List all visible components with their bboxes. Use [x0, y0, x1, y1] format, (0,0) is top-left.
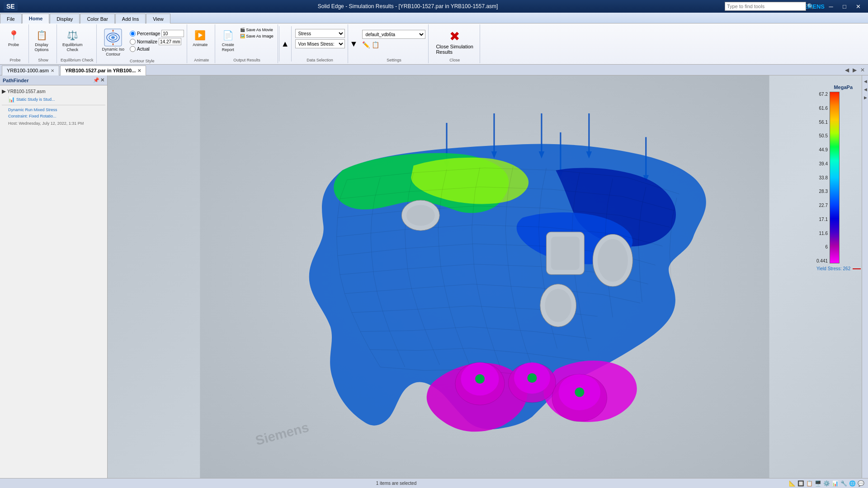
- scale-val-3: 50.5: [819, 133, 828, 138]
- pathfinder-close-btn[interactable]: ✕: [100, 77, 104, 83]
- app-logo: SE: [4, 2, 18, 11]
- pf-separator: [2, 105, 105, 105]
- tabs-navigation: ◀ ▶ ✕: [844, 67, 866, 73]
- movie-icon: 🎬: [240, 28, 245, 32]
- scale-val-0: 67.2: [819, 92, 828, 97]
- close-sim-label: Close SimulationResults: [436, 44, 473, 55]
- create-report-button[interactable]: 📄 CreateReport: [219, 27, 237, 53]
- status-icon-5: ⚙️: [823, 480, 830, 487]
- settings-copy-icon[interactable]: 📋: [372, 41, 379, 48]
- close-group-label: Close: [432, 57, 477, 62]
- close-group: ✖ Close SimulationResults Close: [429, 24, 480, 63]
- color-scale-bar: 67.2 61.6 56.1 50.5 44.9 39.4 33.8 28.3 …: [816, 92, 853, 263]
- status-icon-4: 🖥️: [815, 480, 821, 487]
- probe-button[interactable]: 📍 Probe: [5, 27, 23, 48]
- data-sel-down-arrow[interactable]: ▼: [350, 39, 358, 49]
- output-results-group: 📄 CreateReport 🎬 Save As Movie 🖼️ Save A…: [216, 24, 278, 63]
- contour-options: Percentage Normalize Actual: [130, 27, 184, 52]
- save-movie-label: Save As Movie: [246, 28, 273, 32]
- tab-view[interactable]: View: [146, 14, 170, 23]
- statusbar: 1 items are selected 📐 🔲 📋 🖥️ ⚙️ 📊 🔧 🌐 💬: [0, 478, 868, 488]
- doc-tab-2-label: YRB100-1527.par in YRB100...: [65, 68, 136, 73]
- doc-tab-2-close[interactable]: ✕: [137, 68, 141, 73]
- scale-val-2: 56.1: [819, 120, 828, 125]
- doc-tab-1-label: YRB100-1000.asm: [7, 68, 49, 73]
- normalize-radio[interactable]: [130, 39, 136, 45]
- scale-val-7: 28.3: [819, 189, 828, 194]
- scale-val-8: 22.7: [819, 203, 828, 208]
- contour-style-label: Contour Style: [100, 58, 184, 63]
- doc-tab-1-close[interactable]: ✕: [51, 68, 54, 73]
- percentage-radio-label[interactable]: Percentage: [130, 30, 184, 37]
- settings-profile-dropdown[interactable]: default_vdb6ta: [362, 30, 425, 39]
- close-button[interactable]: ✕: [852, 2, 864, 11]
- percentage-radio[interactable]: [130, 31, 136, 37]
- scale-val-5: 39.4: [819, 161, 828, 166]
- percentage-value-input[interactable]: [161, 30, 184, 37]
- pf-item-study[interactable]: 📊 Static Study is Stud...: [2, 95, 105, 103]
- probe-label: Probe: [8, 42, 19, 47]
- display-options-button[interactable]: 📋 DisplayOptions: [33, 27, 51, 53]
- sidebar: PathFinder 📌 ✕ ▶ YRB100-1557.asm 📊 Stati…: [0, 75, 108, 479]
- save-as-image-button[interactable]: 🖼️ Save As Image: [239, 33, 275, 39]
- data-selection-label: Data Selection: [295, 57, 345, 62]
- von-mises-dropdown[interactable]: Von Mises Stress:: [295, 39, 345, 48]
- equilibrium-group-label: Equilibrium Check: [61, 57, 94, 62]
- settings-label: Settings: [362, 57, 425, 62]
- yield-stress-text: Yield Stress: 262: [816, 266, 853, 271]
- pf-item-root-label: YRB100-1557.asm: [7, 89, 46, 94]
- pathfinder-content: ▶ YRB100-1557.asm 📊 Static Study is Stud…: [0, 85, 107, 129]
- svg-point-35: [575, 388, 584, 397]
- dynamic-iso-contour-button[interactable]: Dynamic IsoContour: [100, 27, 127, 58]
- viewport[interactable]: Siemens MegaPa 67.2 61.6 56.1 50.5 44.9 …: [108, 75, 862, 479]
- minimize-button[interactable]: ─: [825, 2, 837, 11]
- equilibrium-check-button[interactable]: ⚖️ EquilibriumCheck: [61, 27, 85, 53]
- animate-button[interactable]: ▶️ Animate: [191, 27, 209, 48]
- right-panel: ◀ ◀ ▶: [862, 75, 868, 479]
- pf-item-constraint[interactable]: Constraint: Fixed Rotatio...: [2, 113, 105, 119]
- svg-point-20: [406, 205, 435, 225]
- scale-val-1: 61.6: [819, 106, 828, 111]
- probe-icon: 📍: [6, 28, 21, 42]
- data-sel-up-arrow[interactable]: ▲: [281, 39, 289, 49]
- doc-tab-2[interactable]: YRB100-1527.par in YRB100... ✕: [60, 66, 146, 75]
- right-panel-btn-3[interactable]: ▶: [863, 94, 868, 102]
- normalize-radio-label[interactable]: Normalize: [130, 38, 184, 45]
- settings-edit-icon[interactable]: ✏️: [362, 41, 370, 48]
- tab-file[interactable]: File: [0, 14, 22, 23]
- maximize-button[interactable]: □: [838, 2, 851, 11]
- pf-host-label: Host: Wednesday, July 12, 2022, 1:31 PM: [8, 120, 84, 127]
- search-input[interactable]: [725, 2, 806, 11]
- scale-val-10: 11.6: [819, 231, 828, 236]
- tab-addins[interactable]: Add Ins: [115, 14, 146, 23]
- pathfinder-pin-btn[interactable]: 📌: [93, 77, 99, 83]
- right-panel-btn-2[interactable]: ◀: [863, 85, 868, 94]
- animate-group: ▶️ Animate Animate: [188, 24, 215, 63]
- tab-colorbar[interactable]: Color Bar: [80, 14, 114, 23]
- close-simulation-button[interactable]: ✖ Close SimulationResults: [432, 27, 477, 56]
- doc-tab-1[interactable]: YRB100-1000.asm ✕: [2, 66, 59, 75]
- tab-display[interactable]: Display: [50, 14, 80, 23]
- pf-item-dynamic[interactable]: Dynamic Run Mixed Stress: [2, 107, 105, 113]
- image-icon: 🖼️: [240, 34, 245, 38]
- create-report-icon: 📄: [221, 28, 235, 42]
- output-results-label: Output Results: [219, 57, 275, 62]
- tabs-next-btn[interactable]: ▶: [851, 67, 858, 73]
- stress-type-dropdown[interactable]: Stress: [295, 29, 345, 38]
- svg-point-3: [111, 36, 115, 39]
- data-selection-controls: Stress Von Mises Stress:: [295, 27, 345, 48]
- percentage-text: Percentage: [137, 31, 160, 36]
- right-panel-btn-1[interactable]: ◀: [863, 77, 868, 85]
- actual-radio-label[interactable]: Actual: [130, 46, 184, 52]
- normalize-value-input[interactable]: [159, 38, 181, 45]
- tabs-prev-btn[interactable]: ◀: [844, 67, 850, 73]
- create-report-label: CreateReport: [222, 42, 234, 52]
- output-btns: 🎬 Save As Movie 🖼️ Save As Image: [239, 27, 275, 39]
- pf-item-root[interactable]: ▶ YRB100-1557.asm: [2, 87, 105, 95]
- pf-study-icon: 📊: [8, 96, 15, 103]
- equilibrium-label: EquilibriumCheck: [62, 42, 83, 52]
- tab-home[interactable]: Home: [22, 14, 50, 23]
- tabs-close-all-btn[interactable]: ✕: [859, 67, 866, 73]
- save-as-movie-button[interactable]: 🎬 Save As Movie: [239, 27, 275, 33]
- actual-radio[interactable]: [130, 46, 136, 52]
